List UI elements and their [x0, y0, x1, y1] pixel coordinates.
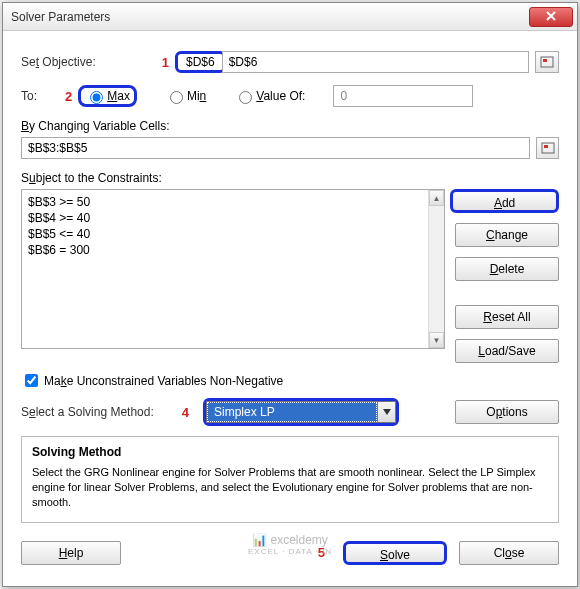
scroll-down-icon[interactable]: ▼ [429, 332, 444, 348]
svg-rect-1 [543, 59, 547, 62]
add-button[interactable]: Add [450, 189, 559, 213]
annotation-5: 5 [318, 545, 325, 560]
radio-max-input[interactable] [90, 91, 103, 104]
ref-select-icon[interactable] [535, 51, 559, 73]
method-description: Solving Method Select the GRG Nonlinear … [21, 436, 559, 523]
radio-min-input[interactable] [170, 91, 183, 104]
method-select-highlight: Simplex LP [203, 398, 399, 426]
changing-label: By Changing Variable Cells: [21, 119, 559, 133]
list-item[interactable]: $B$4 >= 40 [28, 210, 438, 226]
list-item[interactable]: $B$6 = 300 [28, 242, 438, 258]
radio-min[interactable]: Min [165, 88, 206, 104]
constraints-label: Subject to the Constraints: [21, 171, 559, 185]
scrollbar[interactable]: ▲ ▼ [428, 190, 444, 348]
nonneg-label: Make Unconstrained Variables Non-Negativ… [44, 374, 283, 388]
load-save-button[interactable]: Load/Save [455, 339, 559, 363]
chevron-down-icon[interactable] [377, 402, 395, 422]
nonneg-checkbox[interactable] [25, 374, 38, 387]
constraints-area: $B$3 >= 50 $B$4 >= 40 $B$5 <= 40 $B$6 = … [21, 189, 559, 363]
objective-label: Set Objective: [21, 55, 96, 69]
constraints-list[interactable]: $B$3 >= 50 $B$4 >= 40 $B$5 <= 40 $B$6 = … [21, 189, 445, 349]
reset-button[interactable]: Reset All [455, 305, 559, 329]
scroll-up-icon[interactable]: ▲ [429, 190, 444, 206]
objective-highlight: $D$6 [175, 51, 226, 73]
solver-dialog: Solver Parameters Set Objective: 1 $D$6 … [2, 2, 578, 587]
delete-button[interactable]: Delete [455, 257, 559, 281]
ref-select-icon-2[interactable] [536, 137, 559, 159]
change-button[interactable]: Change [455, 223, 559, 247]
objective-row: Set Objective: 1 $D$6 [21, 51, 559, 73]
annotation-2: 2 [65, 89, 72, 104]
desc-text: Select the GRG Nonlinear engine for Solv… [32, 465, 548, 510]
nonneg-row: Make Unconstrained Variables Non-Negativ… [21, 371, 559, 390]
titlebar: Solver Parameters [3, 3, 577, 31]
radio-valueof-input[interactable] [239, 91, 252, 104]
radio-valueof[interactable]: Value Of: [234, 88, 305, 104]
radio-max[interactable]: Max [78, 85, 137, 107]
objective-value-text: $D$6 [182, 53, 219, 71]
bottom-row: Help 5 Solve Close [21, 541, 559, 565]
constraint-buttons: 3 Add Change Delete Reset All Load/Save [455, 189, 559, 363]
annotation-4: 4 [182, 405, 189, 420]
objective-input[interactable] [222, 51, 529, 73]
valueof-input[interactable] [333, 85, 473, 107]
options-button[interactable]: Options [455, 400, 559, 424]
list-item[interactable]: $B$5 <= 40 [28, 226, 438, 242]
close-button[interactable]: Close [459, 541, 559, 565]
changing-row [21, 137, 559, 159]
help-button[interactable]: Help [21, 541, 121, 565]
desc-title: Solving Method [32, 445, 548, 459]
annotation-1: 1 [162, 55, 169, 70]
dialog-title: Solver Parameters [11, 10, 529, 24]
to-row: To: 2 Max Min Value Of: [21, 85, 559, 107]
method-selected-text: Simplex LP [207, 402, 377, 422]
svg-rect-3 [544, 145, 548, 148]
dialog-content: Set Objective: 1 $D$6 To: 2 Max Min [3, 31, 577, 577]
to-label: To: [21, 89, 37, 103]
method-select[interactable]: Simplex LP [206, 401, 396, 423]
list-item[interactable]: $B$3 >= 50 [28, 194, 438, 210]
solve-button[interactable]: Solve [343, 541, 447, 565]
method-row: Select a Solving Method: 4 Simplex LP Op… [21, 398, 559, 426]
changing-cells-input[interactable] [21, 137, 530, 159]
close-icon[interactable] [529, 7, 573, 27]
method-label: Select a Solving Method: [21, 405, 154, 419]
